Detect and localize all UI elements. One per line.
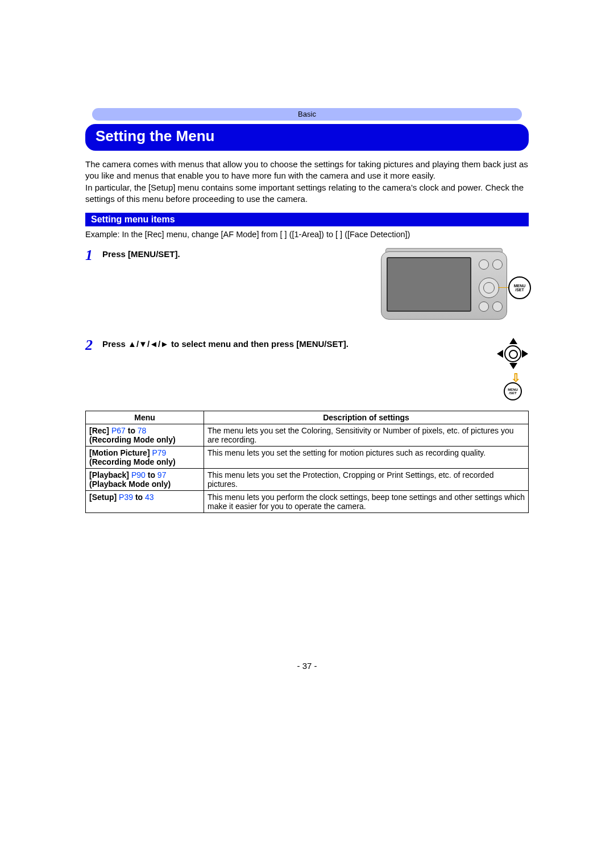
step-2: 2 Press ▲/▼/◄/► to select menu and then …: [85, 338, 529, 395]
navpad-ring-icon: [504, 345, 521, 362]
camera-button-icon: [492, 259, 503, 270]
manual-page: Basic Setting the Menu The camera comes …: [0, 0, 614, 728]
step-instruction: Press ▲/▼/◄/► to select menu and then pr…: [102, 338, 474, 349]
section-pill: Basic: [92, 108, 522, 121]
camera-illustration: MENU/SET: [381, 248, 529, 322]
camera-dial-icon: [479, 278, 499, 298]
subheading: Setting menu items: [85, 213, 529, 226]
table-row: [Rec] P67 to 78 (Recording Mode only) Th…: [86, 424, 529, 447]
step-1: 1 Press [MENU/SET]. MENU/SET: [85, 248, 529, 322]
camera-button-icon: [479, 259, 489, 270]
step-number: 1: [85, 248, 102, 263]
arrow-up-icon: [509, 338, 517, 344]
page-ref-link[interactable]: 97: [157, 470, 167, 480]
arrow-right-icon: [522, 350, 528, 358]
page-number: - 37 -: [85, 661, 529, 671]
menu-set-icon: MENU/SET: [504, 382, 522, 400]
arrow-left-icon: [497, 350, 503, 358]
table-row: [Motion Picture] P79 (Recording Mode onl…: [86, 447, 529, 469]
camera-screen-icon: [387, 257, 471, 312]
page-ref-link[interactable]: P90: [131, 470, 146, 480]
page-ref-link[interactable]: P67: [111, 426, 126, 435]
step-number: 2: [85, 338, 102, 353]
step-instruction: Press [MENU/SET].: [102, 248, 375, 259]
page-ref-link[interactable]: 43: [145, 493, 154, 502]
table-header-desc: Description of settings: [204, 411, 529, 424]
example-text: Example: In the [Rec] menu, change [AF M…: [85, 230, 529, 239]
callout-line-icon: [498, 287, 508, 288]
arrow-down-icon: [509, 363, 517, 369]
page-ref-link[interactable]: P79: [152, 448, 166, 457]
page-title: Setting the Menu: [85, 124, 529, 151]
table-row: [Setup] P39 to 43 This menu lets you per…: [86, 491, 529, 513]
camera-button-icon: [479, 301, 489, 312]
intro-text: The camera comes with menus that allow y…: [85, 159, 529, 205]
menu-set-icon: MENU/SET: [508, 276, 531, 299]
table-header-menu: Menu: [86, 411, 204, 424]
navpad-illustration: ⇩ MENU/SET: [480, 338, 529, 395]
camera-button-icon: [492, 301, 503, 312]
menu-table: Menu Description of settings [Rec] P67 t…: [85, 411, 529, 513]
page-ref-link[interactable]: P39: [119, 493, 133, 502]
page-ref-link[interactable]: 78: [138, 426, 147, 435]
table-row: [Playback] P90 to 97 (Playback Mode only…: [86, 469, 529, 491]
